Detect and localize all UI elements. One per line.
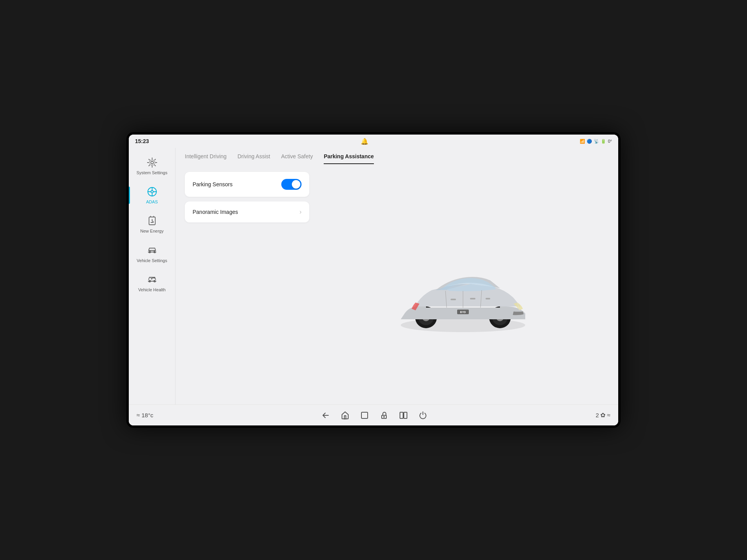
sidebar: System Settings ADAS [129, 148, 175, 404]
tabs-bar: Intelligent Driving Driving Assist Activ… [175, 148, 618, 164]
content-area: Intelligent Driving Driving Assist Activ… [175, 148, 618, 404]
panoramic-images-label: Panoramic Images [193, 209, 238, 215]
fan-icon: ✿ [600, 411, 605, 419]
settings-content: Parking Sensors Panoramic Images › [175, 164, 618, 404]
adas-icon [146, 186, 158, 198]
parking-sensors-label: Parking Sensors [193, 181, 233, 187]
home-button[interactable] [341, 411, 349, 420]
wifi-icon: 📶 [580, 139, 585, 144]
sidebar-label-adas: ADAS [146, 200, 158, 205]
tab-intelligent-driving[interactable]: Intelligent Driving [185, 153, 226, 164]
back-button[interactable] [321, 411, 330, 420]
tab-driving-assist[interactable]: Driving Assist [237, 153, 270, 164]
svg-rect-30 [451, 299, 456, 300]
parking-sensors-toggle[interactable] [281, 179, 302, 190]
svg-rect-31 [470, 298, 475, 299]
screen-wrapper: 15:23 🔔 📶 🔵 📡 🔋 0° [126, 132, 621, 428]
sidebar-label-vehicle-settings: Vehicle Settings [137, 258, 167, 263]
battery-icon: 🔋 [601, 139, 606, 144]
svg-point-1 [149, 160, 155, 165]
sidebar-label-vehicle-health: Vehicle Health [138, 287, 165, 292]
temperature-display: 18°c [142, 412, 153, 418]
svg-rect-37 [404, 412, 407, 418]
svg-rect-33 [361, 412, 368, 418]
main-area: System Settings ADAS [129, 148, 618, 404]
sidebar-item-system-settings[interactable]: System Settings [129, 152, 175, 180]
wind-right-icon: ≈ [607, 412, 610, 419]
sidebar-label-system-settings: System Settings [137, 170, 167, 175]
bottom-nav-icons [321, 411, 427, 420]
panoramic-images-chevron-icon: › [300, 208, 302, 215]
sidebar-item-adas[interactable]: ADAS [129, 181, 175, 209]
system-settings-icon [146, 156, 158, 169]
status-icons: 📶 🔵 📡 🔋 0° [580, 139, 612, 144]
temperature-status: 0° [608, 139, 612, 144]
tab-active-safety[interactable]: Active Safety [281, 153, 313, 164]
status-time: 15:23 [135, 138, 149, 144]
parking-sensors-card[interactable]: Parking Sensors [185, 172, 309, 197]
power-button[interactable] [419, 411, 427, 420]
tab-parking-assistance[interactable]: Parking Assistance [324, 153, 374, 164]
signal-icon: 📡 [594, 139, 599, 144]
sidebar-item-vehicle-settings[interactable]: Vehicle Settings [129, 240, 175, 268]
car-area: BYD [317, 172, 609, 397]
sidebar-label-new-energy: New Energy [140, 229, 164, 234]
lock-button[interactable] [380, 411, 388, 420]
panoramic-images-card[interactable]: Panoramic Images › [185, 201, 309, 222]
split-screen-button[interactable] [399, 411, 408, 420]
screen: 15:23 🔔 📶 🔵 📡 🔋 0° [129, 135, 618, 425]
vehicle-health-icon [146, 273, 158, 286]
settings-left: Parking Sensors Panoramic Images › [185, 172, 309, 397]
new-energy-icon [146, 215, 158, 227]
wind-left-icon: ≈ [137, 412, 140, 419]
svg-rect-36 [400, 412, 403, 418]
bottom-weather: ≈ 18°c [137, 412, 153, 419]
svg-rect-32 [486, 298, 490, 299]
sidebar-item-new-energy[interactable]: New Energy [129, 210, 175, 238]
sidebar-item-vehicle-health[interactable]: Vehicle Health [129, 269, 175, 297]
vehicle-settings-icon [146, 244, 158, 257]
bottom-climate: 2 ✿ ≈ [596, 411, 610, 419]
svg-point-35 [384, 416, 384, 417]
recents-button[interactable] [360, 411, 369, 420]
bluetooth-icon: 🔵 [587, 139, 592, 144]
notification-bell-icon: 🔔 [361, 138, 368, 145]
svg-text:BYD: BYD [460, 311, 466, 313]
bottom-bar: ≈ 18°c [129, 404, 618, 425]
svg-point-0 [151, 161, 153, 164]
car-image: BYD [385, 236, 541, 333]
status-bar: 15:23 🔔 📶 🔵 📡 🔋 0° [129, 135, 618, 148]
fan-speed-display: 2 [596, 412, 599, 418]
